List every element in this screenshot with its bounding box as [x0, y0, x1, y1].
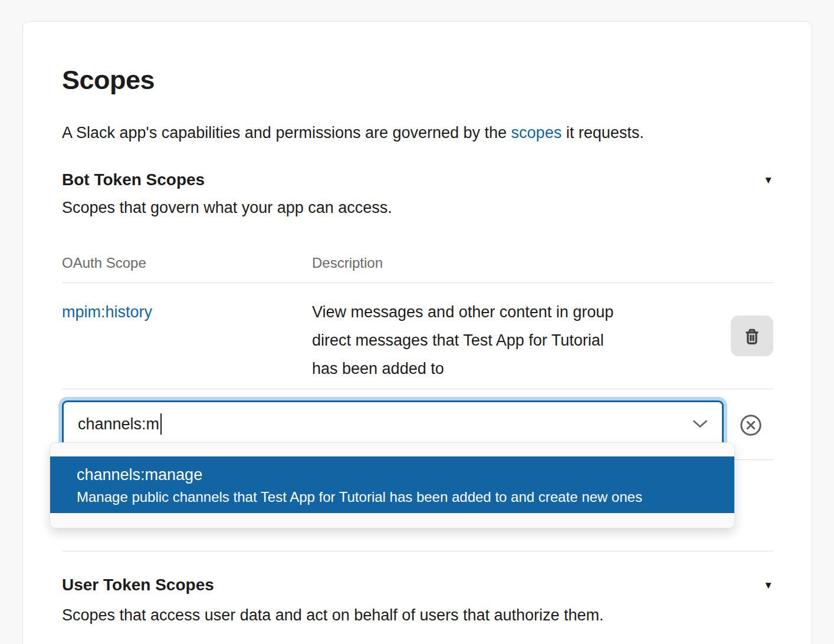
add-scope-row: channels:m channels:man: [62, 389, 773, 460]
scope-link-mpim-history[interactable]: mpim:history: [62, 303, 152, 321]
scopes-table-header: OAuth Scope Description: [62, 254, 773, 283]
scopes-doc-link[interactable]: scopes: [511, 124, 562, 142]
user-token-scopes-header: User Token Scopes ▼: [62, 574, 773, 596]
scopes-card: Scopes A Slack app's capabilities and pe…: [22, 21, 812, 644]
suggestion-description: Manage public channels that Test App for…: [77, 486, 723, 508]
text-cursor: [160, 413, 162, 435]
collapse-caret-icon[interactable]: ▼: [763, 175, 773, 185]
bot-token-scopes-header: Bot Token Scopes ▼: [62, 169, 773, 190]
circle-x-icon: [740, 414, 762, 436]
intro-pre: A Slack app's capabilities and permissio…: [62, 124, 511, 142]
collapse-caret-icon[interactable]: ▼: [763, 580, 773, 590]
bot-token-scopes-title: Bot Token Scopes: [62, 169, 205, 190]
column-header-description: Description: [312, 254, 773, 272]
chevron-down-icon[interactable]: [692, 420, 708, 429]
scope-description-line: has been added to: [312, 354, 695, 383]
delete-scope-button[interactable]: [731, 316, 773, 356]
intro-post: it requests.: [562, 124, 644, 142]
user-token-scopes-title: User Token Scopes: [62, 574, 214, 596]
user-token-scopes-subtitle: Scopes that access user data and act on …: [62, 604, 773, 626]
suggestion-channels-manage[interactable]: channels:manage Manage public channels t…: [50, 456, 734, 513]
page-title: Scopes: [62, 64, 773, 96]
column-header-oauth-scope: OAuth Scope: [62, 254, 312, 272]
scope-suggestions-dropdown: channels:manage Manage public channels t…: [50, 442, 735, 528]
row-actions: [695, 298, 773, 389]
scope-description-line: View messages and other content in group: [312, 298, 695, 326]
scopes-content: Scopes A Slack app's capabilities and pe…: [23, 22, 812, 626]
add-scope-input[interactable]: channels:m: [62, 400, 724, 448]
add-scope-input-value: channels:m: [78, 415, 159, 433]
user-token-scopes-section: User Token Scopes ▼ Scopes that access u…: [62, 551, 773, 626]
suggestion-name: channels:manage: [77, 464, 723, 486]
bot-token-scopes-subtitle: Scopes that govern what your app can acc…: [62, 197, 773, 218]
intro-text: A Slack app's capabilities and permissio…: [62, 122, 773, 143]
table-row: mpim:history View messages and other con…: [62, 283, 773, 389]
trash-icon: [742, 326, 762, 346]
clear-input-button[interactable]: [740, 414, 762, 436]
scope-cell: mpim:history: [62, 298, 312, 389]
scope-description-line: direct messages that Test App for Tutori…: [312, 326, 695, 354]
scope-description: View messages and other content in group…: [312, 298, 695, 389]
